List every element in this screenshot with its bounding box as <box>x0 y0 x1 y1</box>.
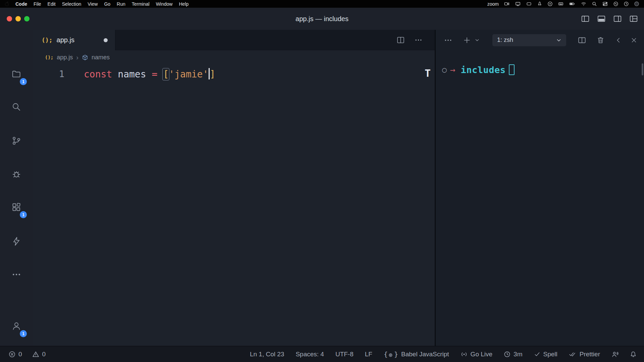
zoom-app-label[interactable]: zoom <box>487 1 499 7</box>
chevron-left-icon[interactable] <box>615 37 622 44</box>
indentation[interactable]: Spaces: 4 <box>296 351 324 358</box>
braces-icon: } <box>394 350 398 358</box>
bug-icon <box>11 169 21 179</box>
new-terminal-dropdown-icon[interactable] <box>475 38 480 43</box>
broadcast-icon <box>461 351 468 358</box>
feedback[interactable] <box>611 351 619 358</box>
activity-bar: 1 1 1 <box>0 30 33 346</box>
menu-view[interactable]: View <box>88 1 98 7</box>
minimize-window-button[interactable] <box>15 16 21 21</box>
menu-file[interactable]: File <box>34 1 41 7</box>
terminal-panel[interactable]: 1: zsh ○ → includes <box>436 30 644 346</box>
terminal-shell-label: 1: zsh <box>497 37 513 44</box>
chevron-down-icon <box>556 38 561 43</box>
problems-errors[interactable]: 0 <box>9 351 22 358</box>
accounts-badge: 1 <box>20 330 27 337</box>
eol-label: LF <box>365 351 372 358</box>
toggle-sidebar-left-icon[interactable] <box>581 14 590 23</box>
tab-appjs[interactable]: (); app.js <box>33 30 115 50</box>
wifi-icon[interactable] <box>581 1 587 6</box>
search-icon[interactable] <box>592 1 597 6</box>
toggle-panel-icon[interactable] <box>597 14 606 23</box>
token-keyword: const <box>84 69 112 80</box>
sidebar-item-search[interactable] <box>7 98 26 116</box>
toggle-sidebar-right-icon[interactable] <box>613 14 622 23</box>
keyboard-icon[interactable] <box>558 1 564 6</box>
clock-icon <box>504 351 511 358</box>
problems-warnings[interactable]: 0 <box>32 351 46 358</box>
breadcrumb-symbol[interactable]: names <box>92 54 110 61</box>
go-live[interactable]: Go Live <box>461 351 492 358</box>
sidebar-item-extensions[interactable]: 1 <box>7 198 26 217</box>
close-window-button[interactable] <box>7 16 12 21</box>
play-circle-icon[interactable] <box>547 1 553 6</box>
encoding[interactable]: UTF-8 <box>335 351 354 358</box>
account-circle-icon[interactable] <box>634 1 639 6</box>
menu-window[interactable]: Window <box>156 1 173 7</box>
spell-checker[interactable]: Spell <box>534 351 557 358</box>
sidebar-item-source-control[interactable] <box>7 131 26 150</box>
close-panel-icon[interactable] <box>630 37 638 44</box>
menu-selection[interactable]: Selection <box>62 1 82 7</box>
symbol-cube-icon <box>82 54 88 61</box>
menu-help[interactable]: Help <box>179 1 189 7</box>
modified-dot-icon[interactable] <box>104 38 108 42</box>
terminal-shell-select[interactable]: 1: zsh <box>492 34 566 46</box>
menu-terminal[interactable]: Terminal <box>132 1 150 7</box>
notifications[interactable] <box>630 351 637 358</box>
split-terminal-icon[interactable] <box>578 36 586 45</box>
menubar-status-area: zoom <box>487 1 639 7</box>
terminal-more-icon[interactable] <box>444 36 452 45</box>
sidebar-item-more[interactable] <box>7 265 26 284</box>
terminal-prompt-line[interactable]: ○ → includes <box>436 62 644 77</box>
clock-icon[interactable] <box>624 1 629 6</box>
sidebar-item-explorer[interactable]: 1 <box>7 65 26 83</box>
git-branch-icon <box>11 136 21 146</box>
account-icon <box>11 321 21 331</box>
rocket-icon[interactable] <box>537 1 542 6</box>
sidebar-item-accounts[interactable]: 1 <box>7 317 26 336</box>
sidebar-item-debug[interactable] <box>7 165 26 184</box>
code-content[interactable]: constnames=['jamie'] <box>84 68 215 80</box>
token-open-bracket: [ <box>163 69 169 80</box>
battery-icon[interactable] <box>569 1 576 6</box>
layout-controls <box>581 8 638 30</box>
menu-edit[interactable]: Edit <box>48 1 56 7</box>
extensions-badge: 1 <box>20 211 27 218</box>
sidebar-item-thunder-client[interactable] <box>7 232 26 251</box>
eol-sequence[interactable]: LF <box>365 351 372 358</box>
language-mode-label: Babel JavaScript <box>401 351 449 358</box>
customize-layout-icon[interactable] <box>629 14 638 23</box>
breadcrumb-file[interactable]: app.js <box>57 54 73 61</box>
siri-icon[interactable] <box>613 1 619 6</box>
terminal-header: 1: zsh <box>436 30 644 50</box>
control-center-icon[interactable] <box>602 1 608 6</box>
language-mode[interactable]: { } Babel JavaScript <box>384 350 449 358</box>
apple-menu-icon[interactable] <box>5 1 9 6</box>
window-controls <box>7 16 30 21</box>
timer[interactable]: 3m <box>504 351 522 358</box>
ellipsis-icon <box>11 269 21 280</box>
minimap[interactable]: T <box>425 67 431 79</box>
split-editor-icon[interactable] <box>396 36 405 44</box>
new-terminal-icon[interactable] <box>463 36 471 45</box>
airplay-box-icon[interactable] <box>526 1 532 6</box>
more-actions-icon[interactable] <box>414 36 423 44</box>
code-line-1[interactable]: 1 constnames=['jamie'] <box>33 66 435 82</box>
timer-label: 3m <box>514 351 522 358</box>
line-number[interactable]: 1 <box>33 69 84 79</box>
fullscreen-window-button[interactable] <box>24 16 30 21</box>
window-titlebar: app.js — includes <box>0 8 644 30</box>
indentation-label: Spaces: 4 <box>296 351 324 358</box>
warning-count: 0 <box>42 351 46 358</box>
camera-icon[interactable] <box>504 1 510 6</box>
menu-go[interactable]: Go <box>104 1 110 7</box>
kill-terminal-icon[interactable] <box>596 36 605 44</box>
display-icon[interactable] <box>515 1 521 6</box>
menu-run[interactable]: Run <box>117 1 125 7</box>
prettier[interactable]: Prettier <box>569 351 600 358</box>
extensions-icon <box>11 202 21 212</box>
cursor-position[interactable]: Ln 1, Col 23 <box>250 351 284 358</box>
terminal-scrollbar[interactable] <box>642 63 643 75</box>
menubar-app-name[interactable]: Code <box>15 1 27 7</box>
